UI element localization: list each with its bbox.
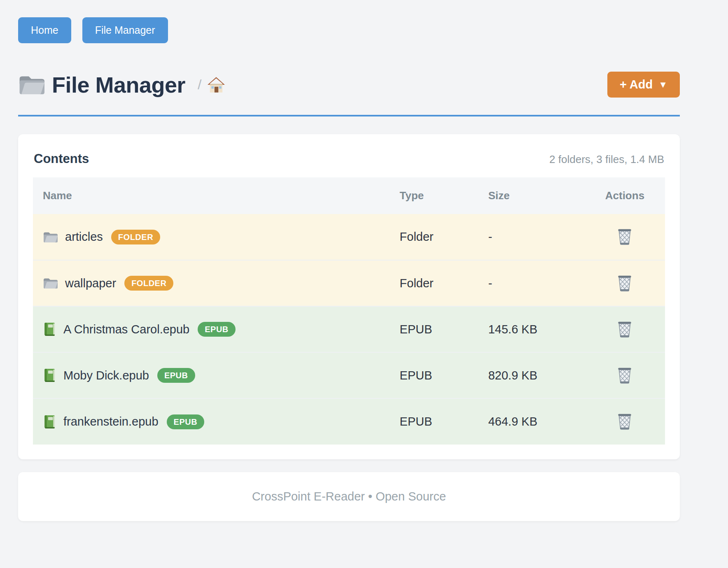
actions-cell	[585, 214, 665, 260]
column-header-name: Name	[33, 177, 393, 214]
contents-card: Contents 2 folders, 3 files, 1.4 MB Name…	[18, 134, 680, 459]
type-cell: EPUB	[393, 306, 482, 352]
delete-button[interactable]	[615, 225, 634, 247]
type-badge: FOLDER	[111, 230, 160, 244]
type-cell: Folder	[393, 214, 482, 260]
chevron-down-icon: ▼	[658, 79, 667, 90]
name-cell: frankenstein.epub EPUB	[33, 398, 393, 445]
add-button[interactable]: + Add ▼	[607, 72, 680, 98]
title-divider	[18, 115, 680, 116]
type-cell: Folder	[393, 260, 482, 306]
type-badge: FOLDER	[124, 276, 173, 291]
footer-text: CrossPoint E-Reader • Open Source	[252, 490, 446, 503]
file-name[interactable]: articles	[65, 230, 103, 244]
name-cell: Moby Dick.epub EPUB	[33, 352, 393, 398]
table-row: Moby Dick.epub EPUB EPUB 820.9 KB	[33, 352, 665, 398]
folder-icon	[18, 73, 44, 96]
file-table-body: articles FOLDER Folder -	[33, 214, 665, 445]
name-cell: wallpaper FOLDER	[33, 260, 393, 306]
file-name[interactable]: wallpaper	[65, 277, 116, 290]
book-icon	[43, 322, 56, 337]
folder-icon	[43, 231, 58, 243]
file-manager-button[interactable]: File Manager	[82, 17, 168, 43]
contents-summary: 2 folders, 3 files, 1.4 MB	[549, 153, 664, 166]
file-name[interactable]: frankenstein.epub	[63, 415, 159, 428]
actions-cell	[585, 306, 665, 352]
type-cell: EPUB	[393, 398, 482, 445]
contents-heading: Contents	[34, 151, 89, 166]
page-title: File Manager	[52, 72, 185, 98]
book-icon	[43, 414, 56, 429]
type-badge: EPUB	[157, 368, 195, 383]
column-header-actions: Actions	[585, 177, 665, 214]
contents-header: Contents 2 folders, 3 files, 1.4 MB	[33, 149, 665, 166]
actions-cell	[585, 260, 665, 306]
home-icon[interactable]	[208, 77, 225, 93]
file-name[interactable]: A Christmas Carol.epub	[63, 323, 189, 336]
breadcrumb-separator: /	[198, 77, 201, 93]
footer: CrossPoint E-Reader • Open Source	[18, 472, 680, 521]
book-icon	[43, 368, 56, 383]
name-cell: articles FOLDER	[33, 214, 393, 260]
delete-button[interactable]	[615, 272, 634, 294]
page: Home File Manager File Manager / + Add	[0, 0, 728, 521]
column-header-size: Size	[482, 177, 585, 214]
top-nav: Home File Manager	[18, 17, 680, 43]
table-row: A Christmas Carol.epub EPUB EPUB 145.6 K…	[33, 306, 665, 352]
column-header-type: Type	[393, 177, 482, 214]
size-cell: -	[482, 260, 585, 306]
delete-button[interactable]	[615, 318, 634, 340]
type-badge: EPUB	[167, 414, 205, 429]
table-row: frankenstein.epub EPUB EPUB 464.9 KB	[33, 398, 665, 445]
size-cell: 145.6 KB	[482, 306, 585, 352]
actions-cell	[585, 398, 665, 445]
folder-icon	[43, 277, 58, 289]
type-cell: EPUB	[393, 352, 482, 398]
size-cell: 820.9 KB	[482, 352, 585, 398]
file-table: Name Type Size Actions	[33, 177, 665, 445]
delete-button[interactable]	[615, 410, 634, 432]
table-row: articles FOLDER Folder -	[33, 214, 665, 260]
size-cell: 464.9 KB	[482, 398, 585, 445]
size-cell: -	[482, 214, 585, 260]
actions-cell	[585, 352, 665, 398]
delete-button[interactable]	[615, 364, 634, 386]
table-row: wallpaper FOLDER Folder -	[33, 260, 665, 306]
name-cell: A Christmas Carol.epub EPUB	[33, 306, 393, 352]
file-name[interactable]: Moby Dick.epub	[63, 369, 149, 382]
table-header-row: Name Type Size Actions	[33, 177, 665, 214]
home-button[interactable]: Home	[18, 17, 71, 43]
page-header: File Manager / + Add ▼	[18, 72, 680, 98]
add-button-label: + Add	[620, 78, 653, 91]
type-badge: EPUB	[198, 322, 236, 337]
